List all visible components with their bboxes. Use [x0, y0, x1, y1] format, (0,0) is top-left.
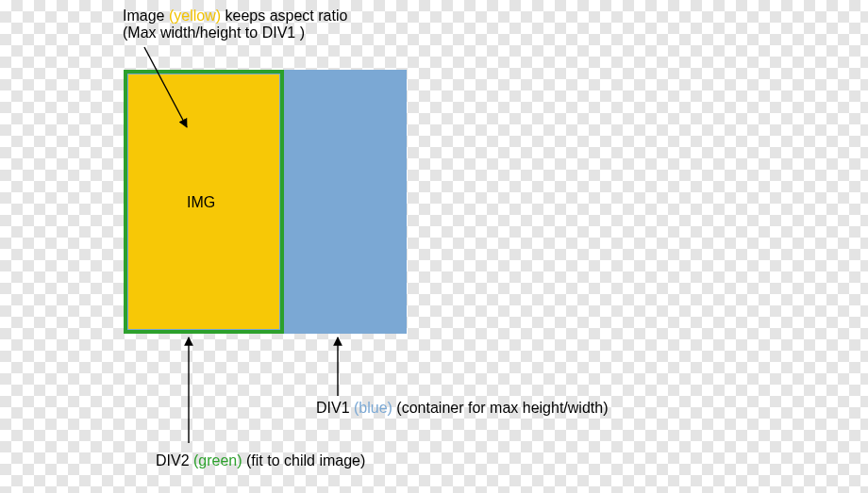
caption-top: Image (yellow) keeps aspect ratio (Max w…: [123, 8, 347, 41]
caption-top-line1-c: keeps aspect ratio: [221, 8, 347, 24]
diagram-canvas: [0, 0, 868, 493]
caption-div1: DIV1 (blue) (container for max height/wi…: [316, 400, 608, 417]
caption-top-yellow: (yellow): [169, 8, 221, 24]
img-label: IMG: [187, 194, 215, 211]
caption-top-line1-a: Image: [123, 8, 169, 24]
caption-div2-a: DIV2: [156, 452, 193, 468]
caption-div2: DIV2 (green) (fit to child image): [156, 452, 365, 469]
caption-div1-a: DIV1: [316, 400, 354, 416]
caption-div2-c: (fit to child image): [242, 452, 366, 468]
caption-top-line2: (Max width/height to DIV1 ): [123, 25, 347, 41]
caption-div1-blue: (blue): [354, 400, 392, 416]
caption-div1-c: (container for max height/width): [392, 400, 609, 416]
caption-div2-green: (green): [193, 452, 242, 468]
